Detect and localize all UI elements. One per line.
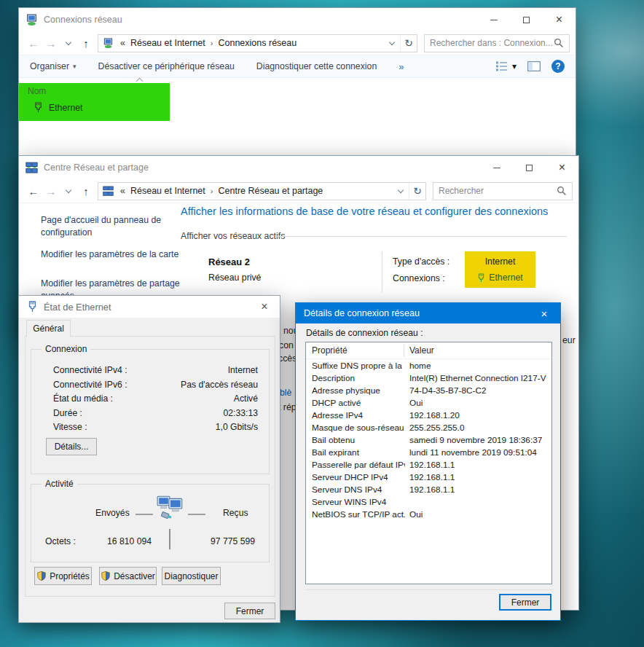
ethernet-item-label: Ethernet	[49, 103, 83, 113]
column-divider	[382, 251, 382, 292]
up-button[interactable]: ↑	[77, 182, 95, 200]
maximize-button[interactable]	[513, 156, 546, 179]
value-cell: Oui	[409, 398, 423, 408]
computers-activity-icon	[156, 495, 185, 520]
detail-row: DHCP activéOui	[306, 396, 551, 409]
value-cell: 192.168.1.20	[409, 410, 460, 420]
sidebar-item-home[interactable]: Page d'accueil du panneau de configurati…	[41, 214, 181, 238]
preview-pane-button[interactable]	[527, 61, 541, 71]
address-dropdown[interactable]	[392, 183, 409, 200]
status-value: Pas d'accès réseau	[181, 380, 258, 394]
close-button[interactable]: ×	[546, 156, 578, 179]
decorative-line	[188, 514, 205, 515]
close-dialog-button[interactable]: Fermer	[499, 594, 551, 611]
address-bar[interactable]: « Réseau et Internet › Connexions réseau…	[98, 34, 417, 52]
bytes-sent-value: 16 810 094	[92, 536, 152, 546]
refresh-button[interactable]: ↻	[400, 35, 417, 52]
command-toolbar: Organiser ▾ Désactiver ce périphérique r…	[19, 55, 576, 78]
address-dropdown[interactable]	[383, 35, 400, 52]
address-bar[interactable]: « Réseau et Internet › Centre Réseau et …	[98, 182, 426, 200]
network-sharing-center-icon	[25, 162, 38, 174]
search-box[interactable]	[424, 34, 570, 52]
clipped-text-fragment: t rép	[278, 402, 297, 412]
close-button[interactable]: ×	[543, 8, 576, 31]
disable-button[interactable]: Désactiver	[99, 567, 157, 585]
status-row: Vitesse :1,0 Gbits/s	[53, 422, 258, 436]
change-view-button[interactable]: ▾	[495, 61, 517, 71]
received-label: Reçus	[223, 508, 248, 518]
properties-button[interactable]: Propriétés	[34, 567, 92, 585]
ethernet-status-icon	[27, 301, 38, 313]
chevron-down-icon	[397, 187, 403, 192]
breadcrumb-item-current[interactable]: Connexions réseau	[215, 38, 299, 48]
connections-label: Connexions :	[393, 273, 445, 283]
value-cell: Intel(R) Ethernet Connection I217-V	[409, 373, 546, 383]
back-button[interactable]: ←	[25, 34, 42, 52]
column-header-property[interactable]: Propriété	[312, 345, 347, 356]
diagnose-connection-command[interactable]: Diagnostiquer cette connexion	[256, 61, 377, 71]
close-dialog-button[interactable]: Fermer	[224, 603, 275, 619]
refresh-button[interactable]: ↻	[409, 183, 425, 200]
search-input[interactable]	[439, 186, 557, 196]
ethernet-adapter-icon	[477, 273, 485, 283]
details-button[interactable]: Détails...	[46, 438, 97, 455]
property-cell: Passerelle par défaut IPv4	[312, 460, 405, 470]
search-icon	[557, 186, 567, 196]
status-value: 02:33:13	[224, 408, 258, 423]
breadcrumb-item-root[interactable]: Réseau et Internet	[127, 186, 208, 196]
network-name: Réseau 2	[208, 256, 250, 267]
active-networks-label: Afficher vos réseaux actifs	[181, 231, 285, 241]
detail-row: Serveur DHCP IPv4192.168.1.1	[306, 471, 551, 483]
value-cell: Oui	[409, 509, 423, 519]
status-row: Connectivité IPv4 :Internet	[53, 365, 258, 380]
maximize-button[interactable]	[510, 8, 543, 31]
disable-device-command[interactable]: Désactiver ce périphérique réseau	[98, 61, 235, 71]
detail-row: Adresse physique74-D4-35-B7-8C-C2	[306, 384, 551, 396]
close-button[interactable]: ×	[528, 303, 560, 324]
close-icon: ×	[541, 307, 548, 320]
titlebar-connexions: Connexions réseau ×	[19, 8, 576, 31]
organize-menu[interactable]: Organiser ▾	[30, 61, 76, 71]
value-cell: 192.168.1.1	[409, 485, 455, 495]
back-button[interactable]: ←	[25, 182, 42, 200]
search-box[interactable]	[433, 182, 573, 200]
status-value: 1,0 Gbits/s	[216, 422, 258, 436]
forward-button[interactable]: →	[42, 182, 60, 200]
details-listview[interactable]: Propriété Valeur Suffixe DNS propre à la…	[305, 342, 552, 584]
detail-row: DescriptionIntel(R) Ethernet Connection …	[306, 372, 551, 384]
status-label: Connectivité IPv4 :	[53, 365, 127, 380]
minimize-button[interactable]	[480, 156, 513, 179]
ethernet-connection-link[interactable]: Ethernet	[465, 272, 535, 283]
recent-locations-chevron[interactable]	[60, 34, 77, 52]
status-value: Activé	[234, 393, 258, 408]
breadcrumb-separator-icon: ›	[208, 187, 216, 195]
column-header-value[interactable]: Valeur	[409, 345, 434, 356]
close-icon: ×	[559, 162, 565, 173]
detail-row: Suffixe DNS propre à la ...home	[306, 359, 551, 372]
breadcrumb-item-root[interactable]: Réseau et Internet	[127, 38, 208, 48]
more-commands-button[interactable]: »	[398, 61, 404, 72]
status-value: Internet	[228, 365, 258, 380]
recent-locations-chevron[interactable]	[60, 182, 77, 200]
diagnose-button[interactable]: Diagnostiquer	[162, 567, 221, 585]
list-item-ethernet[interactable]: Ethernet	[34, 102, 83, 113]
breadcrumb-collapse[interactable]: «	[118, 38, 127, 48]
breadcrumb-item-current[interactable]: Centre Réseau et partage	[215, 186, 326, 196]
network-kind: Réseau privé	[208, 272, 261, 283]
properties-label: Propriétés	[50, 571, 90, 581]
search-icon	[554, 38, 564, 48]
minimize-button[interactable]	[477, 8, 510, 31]
highlight-overlay-yellow: Internet Ethernet	[465, 251, 535, 288]
forward-button[interactable]: →	[42, 34, 60, 52]
breadcrumb-collapse[interactable]: «	[118, 186, 127, 196]
sent-label: Envoyés	[95, 508, 130, 518]
sidebar-item-adapter-settings[interactable]: Modifier les paramètres de la carte	[41, 248, 181, 261]
up-button[interactable]: ↑	[77, 34, 95, 52]
dropdown-arrow-icon: ▾	[512, 61, 517, 71]
column-header-nom[interactable]: Nom	[28, 86, 46, 96]
close-button[interactable]: ×	[249, 296, 280, 318]
help-button[interactable]: ?	[551, 60, 565, 73]
tab-general[interactable]: Général	[26, 320, 71, 337]
search-input[interactable]	[430, 38, 554, 48]
chevron-down-icon	[66, 39, 71, 44]
